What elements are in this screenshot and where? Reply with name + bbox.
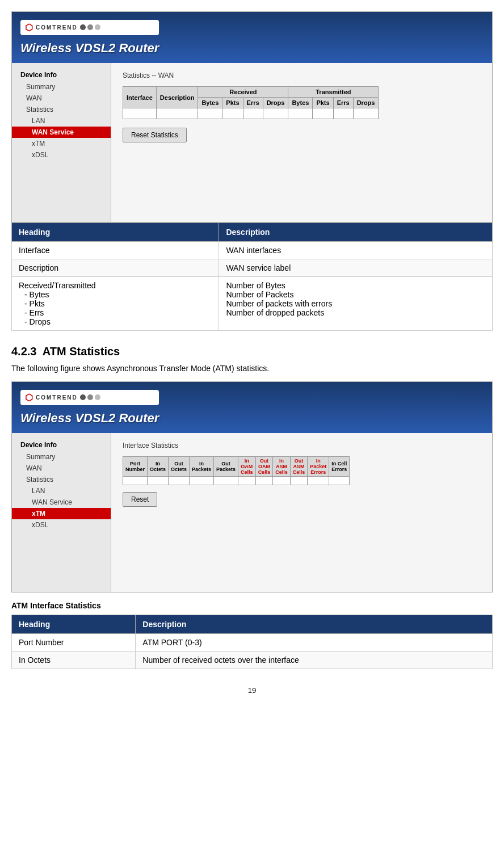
router-screenshot-1: ⬡ COMTREND Wireless VDSL2 Router Device …: [11, 11, 493, 222]
atm-col-in-pkt-err: InPacketErrors: [308, 457, 329, 477]
atm-cell-in-asm: [273, 477, 291, 485]
cell-rx-drops: [263, 108, 288, 119]
atm-cell-out-oam: [255, 477, 273, 485]
row-recv-trans-description: Number of Bytes Number of Packets Number…: [219, 277, 493, 331]
atm-col-in-cell-err: In CellErrors: [329, 457, 350, 477]
sidebar-section-deviceinfo-2: Device Info: [12, 439, 111, 451]
atm-col-out-asm: OutASMCells: [290, 457, 308, 477]
col-tx-errs: Errs: [333, 98, 353, 108]
reset-statistics-button-1[interactable]: Reset Statistics: [123, 128, 187, 142]
router-body-2: Device Info Summary WAN Statistics LAN W…: [12, 433, 492, 592]
section-para-423: The following figure shows Asynchronous …: [11, 364, 493, 373]
sidebar-item-wan-service-1[interactable]: WAN Service: [12, 127, 111, 138]
sidebar-item-wan-1[interactable]: WAN: [12, 93, 111, 104]
router-body-1: Device Info Summary WAN Statistics LAN W…: [12, 63, 492, 222]
atm-cell-in-packets: [190, 477, 214, 485]
sidebar-item-lan-1[interactable]: LAN: [12, 115, 111, 127]
cell-rx-pkts: [222, 108, 243, 119]
row-interface-description: WAN interfaces: [219, 242, 493, 259]
router-product-title-2: Wireless VDSL2 Router: [20, 411, 159, 426]
col-description: Description: [156, 87, 198, 108]
comtrend-logo-2: ⬡ COMTREND: [20, 390, 159, 405]
router-header-1: ⬡ COMTREND Wireless VDSL2 Router: [12, 12, 492, 63]
atm-col-in-asm: InASMCells: [273, 457, 291, 477]
atm-cell-out-asm: [290, 477, 308, 485]
atm-col-in-packets: InPackets: [190, 457, 214, 477]
atm-cell-in-oam: [238, 477, 256, 485]
row-port-number-description: ATM PORT (0-3): [136, 634, 493, 652]
table-row: In Octets Number of received octets over…: [12, 652, 493, 669]
col-rx-bytes: Bytes: [198, 98, 222, 108]
col-transmitted: Transmitted: [288, 87, 379, 98]
sidebar-item-xtm-2[interactable]: xTM: [12, 508, 111, 519]
col-tx-pkts: Pkts: [313, 98, 333, 108]
desc-table-2: Heading Description Port Number ATM PORT…: [11, 615, 493, 669]
sidebar-item-lan-2[interactable]: LAN: [12, 485, 111, 497]
desc-table-1-description-col: Description: [219, 223, 493, 242]
sidebar-item-summary-2[interactable]: Summary: [12, 451, 111, 463]
cell-rx-bytes: [198, 108, 222, 119]
col-interface: Interface: [123, 87, 157, 108]
router-content-2: Interface Statistics PortNumber InOctets…: [111, 433, 492, 592]
router-header-2: ⬡ COMTREND Wireless VDSL2 Router: [12, 382, 492, 433]
router-content-1: Statistics -- WAN Interface Description …: [111, 63, 492, 222]
cell-description: [156, 108, 198, 119]
content-title-2: Interface Statistics: [123, 442, 481, 449]
col-rx-errs: Errs: [243, 98, 263, 108]
sidebar-item-xtm-1[interactable]: xTM: [12, 138, 111, 149]
atm-col-in-oam: InOAMCells: [238, 457, 256, 477]
row-in-octets-description: Number of received octets over the inter…: [136, 652, 493, 669]
row-description-heading: Description: [12, 259, 219, 277]
router-sidebar-2: Device Info Summary WAN Statistics LAN W…: [12, 433, 111, 592]
sidebar-item-wan-2[interactable]: WAN: [12, 463, 111, 474]
atm-cell-in-cell-err: [329, 477, 350, 485]
atm-cell-in-pkt-err: [308, 477, 329, 485]
table-row: Description WAN service label: [12, 259, 493, 277]
atm-stats-table: PortNumber InOctets OutOctets InPackets …: [123, 456, 350, 485]
sidebar-item-statistics-2[interactable]: Statistics: [12, 474, 111, 485]
row-description-description: WAN service label: [219, 259, 493, 277]
section-heading-423: 4.2.3 ATM Statistics: [11, 345, 493, 358]
router-screenshot-2: ⬡ COMTREND Wireless VDSL2 Router Device …: [11, 381, 493, 592]
table-row: Received/Transmitted Bytes Pkts Errs Dro…: [12, 277, 493, 331]
desc-table-1: Heading Description Interface WAN interf…: [11, 222, 493, 331]
atm-cell-out-packets: [214, 477, 238, 485]
sidebar-item-statistics-1[interactable]: Statistics: [12, 104, 111, 115]
desc-table-2-heading-col: Heading: [12, 615, 136, 634]
comtrend-logo-1: ⬡ COMTREND: [20, 20, 159, 35]
sidebar-item-wan-service-2[interactable]: WAN Service: [12, 497, 111, 508]
atm-col-port: PortNumber: [123, 457, 148, 477]
col-tx-bytes: Bytes: [288, 98, 313, 108]
col-rx-drops: Drops: [263, 98, 288, 108]
stats-table-1: Interface Description Received Transmitt…: [123, 86, 379, 119]
atm-cell-out-octets: [169, 477, 190, 485]
atm-cell-in-octets: [148, 477, 169, 485]
reset-button-2[interactable]: Reset: [123, 492, 157, 507]
col-rx-pkts: Pkts: [222, 98, 243, 108]
cell-tx-pkts: [313, 108, 333, 119]
desc-table-2-description-col: Description: [136, 615, 493, 634]
sidebar-item-summary-1[interactable]: Summary: [12, 81, 111, 93]
sidebar-item-xdsl-2[interactable]: xDSL: [12, 519, 111, 531]
cell-rx-errs: [243, 108, 263, 119]
row-recv-trans-heading: Received/Transmitted Bytes Pkts Errs Dro…: [12, 277, 219, 331]
atm-col-out-packets: OutPackets: [214, 457, 238, 477]
table-row: Port Number ATM PORT (0-3): [12, 634, 493, 652]
cell-tx-errs: [333, 108, 353, 119]
atm-cell-port: [123, 477, 148, 485]
atm-interface-statistics-title: ATM Interface Statistics: [11, 601, 493, 610]
table-row: Interface WAN interfaces: [12, 242, 493, 259]
sidebar-item-xdsl-1[interactable]: xDSL: [12, 149, 111, 161]
router-sidebar-1: Device Info Summary WAN Statistics LAN W…: [12, 63, 111, 222]
cell-tx-bytes: [288, 108, 313, 119]
row-in-octets-heading: In Octets: [12, 652, 136, 669]
cell-tx-drops: [353, 108, 379, 119]
atm-col-out-oam: OutOAMCells: [255, 457, 273, 477]
desc-table-1-heading-col: Heading: [12, 223, 219, 242]
row-interface-heading: Interface: [12, 242, 219, 259]
col-tx-drops: Drops: [353, 98, 379, 108]
atm-col-in-octets: InOctets: [148, 457, 169, 477]
page-number: 19: [0, 680, 504, 700]
cell-interface: [123, 108, 157, 119]
router-product-title-1: Wireless VDSL2 Router: [20, 41, 159, 56]
